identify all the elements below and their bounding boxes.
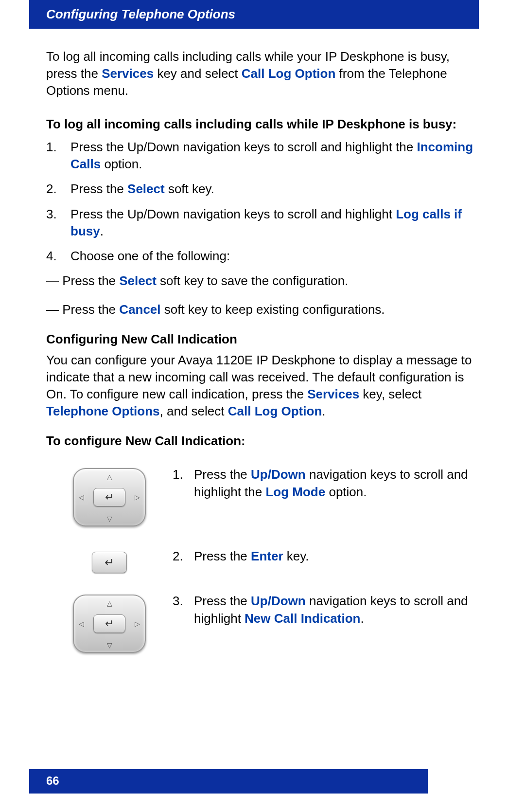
arrow-left-icon: ◁ bbox=[79, 620, 84, 628]
step-number: 2. bbox=[173, 548, 194, 565]
step-body: Press the Enter key. bbox=[194, 548, 479, 565]
enter-glyph-icon: ↵ bbox=[105, 617, 114, 630]
step-hl1: Up/Down bbox=[251, 594, 306, 608]
step-hl1: Enter bbox=[251, 549, 283, 563]
intro-hl1: Services bbox=[102, 66, 154, 81]
nav-pad-center-button: ↵ bbox=[93, 614, 125, 633]
intro-mid1: key and select bbox=[154, 66, 242, 81]
dash-post: soft key to save the configuration. bbox=[157, 273, 349, 288]
step-post: key. bbox=[283, 549, 309, 563]
step-hl2: New Call Indication bbox=[245, 611, 360, 626]
step-post: option. bbox=[325, 485, 367, 499]
illustrated-step-3: △ ▽ ◁ ▷ ↵ 3. Press the Up/Down navigatio… bbox=[46, 593, 479, 655]
body-mid2: , and select bbox=[160, 404, 228, 418]
step-post: soft key. bbox=[165, 181, 214, 196]
section-heading: Configuring New Call Indication bbox=[46, 332, 479, 347]
arrow-down-icon: ▽ bbox=[107, 641, 112, 649]
step-post: . bbox=[360, 611, 364, 626]
illustrated-step-2: ↵ 2. Press the Enter key. bbox=[46, 548, 479, 573]
intro-hl2: Call Log Option bbox=[242, 66, 336, 81]
procedure-heading: To log all incoming calls including call… bbox=[46, 117, 479, 132]
step-pre: Press the bbox=[70, 181, 127, 196]
dash-pre: — Press the bbox=[46, 273, 119, 288]
arrow-up-icon: △ bbox=[107, 599, 112, 607]
list-item: Press the Up/Down navigation keys to scr… bbox=[46, 206, 479, 240]
procedure-list-a: Press the Up/Down navigation keys to scr… bbox=[46, 139, 479, 265]
step-pre: Press the Up/Down navigation keys to scr… bbox=[70, 140, 417, 154]
dash-option-2: — Press the Cancel soft key to keep exis… bbox=[46, 301, 479, 318]
dash-hl: Cancel bbox=[119, 302, 160, 317]
header-bar: Configuring Telephone Options bbox=[29, 0, 479, 29]
header-title: Configuring Telephone Options bbox=[46, 7, 235, 21]
step-pre: Choose one of the following: bbox=[70, 249, 230, 263]
dash-pre: — Press the bbox=[46, 302, 119, 317]
body-hl3: Call Log Option bbox=[228, 404, 322, 418]
step-body: Press the Up/Down navigation keys to scr… bbox=[194, 593, 479, 627]
dash-hl: Select bbox=[119, 273, 157, 288]
step-icon-column: ↵ bbox=[46, 548, 173, 573]
step-body: Press the Up/Down navigation keys to scr… bbox=[194, 466, 479, 500]
step-hl1: Up/Down bbox=[251, 467, 306, 482]
step-post: option. bbox=[101, 157, 142, 171]
step-hl2: Log Mode bbox=[265, 485, 325, 499]
step-pre: Press the bbox=[194, 549, 251, 563]
list-item: Choose one of the following: bbox=[46, 248, 479, 265]
body-mid1: key, select bbox=[359, 387, 421, 401]
step-icon-column: △ ▽ ◁ ▷ ↵ bbox=[46, 466, 173, 528]
procedure-heading-2: To configure New Call Indication: bbox=[46, 433, 479, 449]
enter-key-icon: ↵ bbox=[92, 552, 127, 573]
illustrated-step-1: △ ▽ ◁ ▷ ↵ 1. Press the Up/Down navigatio… bbox=[46, 466, 479, 528]
footer-bar: 66 bbox=[29, 769, 428, 794]
enter-glyph-icon: ↵ bbox=[105, 491, 114, 504]
nav-pad-center-button: ↵ bbox=[93, 488, 125, 506]
body-hl1: Services bbox=[307, 387, 359, 401]
nav-pad-icon: △ ▽ ◁ ▷ ↵ bbox=[73, 595, 146, 653]
step-number: 1. bbox=[173, 466, 194, 500]
step-hl: Select bbox=[127, 181, 165, 196]
step-pre: Press the bbox=[194, 467, 251, 482]
step-post: . bbox=[100, 224, 104, 238]
step-icon-column: △ ▽ ◁ ▷ ↵ bbox=[46, 593, 173, 655]
arrow-down-icon: ▽ bbox=[107, 515, 112, 523]
arrow-up-icon: △ bbox=[107, 473, 112, 481]
list-item: Press the Up/Down navigation keys to scr… bbox=[46, 139, 479, 173]
step-number: 3. bbox=[173, 593, 194, 627]
dash-post: soft key to keep existing configurations… bbox=[161, 302, 385, 317]
page-number: 66 bbox=[46, 774, 59, 787]
nav-pad-icon: △ ▽ ◁ ▷ ↵ bbox=[73, 468, 146, 526]
step-pre: Press the bbox=[194, 594, 251, 608]
arrow-left-icon: ◁ bbox=[79, 493, 84, 501]
body-post: . bbox=[322, 404, 325, 418]
dash-option-1: — Press the Select soft key to save the … bbox=[46, 272, 479, 289]
intro-paragraph: To log all incoming calls including call… bbox=[46, 48, 479, 99]
body-hl2: Telephone Options bbox=[46, 404, 160, 418]
arrow-right-icon: ▷ bbox=[135, 620, 140, 628]
step-pre: Press the Up/Down navigation keys to scr… bbox=[70, 207, 396, 221]
section-body: You can configure your Avaya 1120E IP De… bbox=[46, 352, 479, 420]
arrow-right-icon: ▷ bbox=[135, 493, 140, 501]
list-item: Press the Select soft key. bbox=[46, 180, 479, 198]
